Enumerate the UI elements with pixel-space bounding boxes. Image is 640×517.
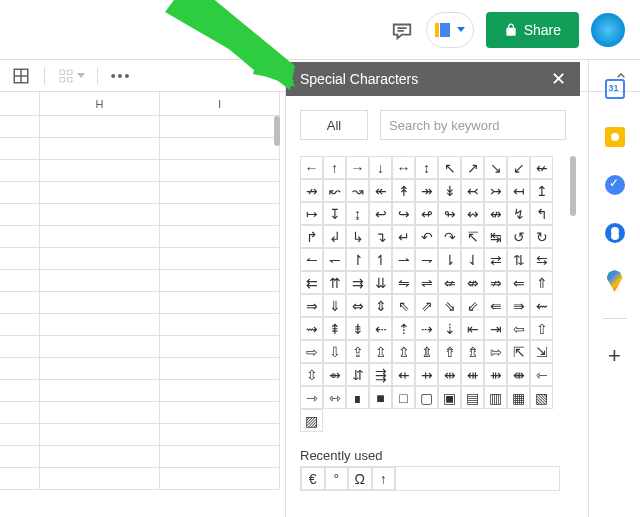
cell[interactable] [160, 468, 280, 489]
character-cell[interactable]: ⇦ [507, 317, 530, 340]
character-cell[interactable]: ⇷ [392, 363, 415, 386]
character-cell[interactable]: □ [392, 386, 415, 409]
character-cell[interactable]: ↙ [507, 156, 530, 179]
character-cell[interactable]: ↽ [323, 248, 346, 271]
row-number[interactable] [0, 226, 40, 247]
character-cell[interactable]: ↻ [530, 225, 553, 248]
character-cell[interactable]: ⇶ [369, 363, 392, 386]
row-number[interactable] [0, 292, 40, 313]
account-avatar[interactable] [591, 13, 625, 47]
character-cell[interactable]: ⇲ [530, 340, 553, 363]
character-cell[interactable]: ↗ [461, 156, 484, 179]
character-cell[interactable]: ⇟ [346, 317, 369, 340]
scrollbar-thumb[interactable] [570, 156, 576, 216]
character-cell[interactable]: ⇔ [346, 294, 369, 317]
character-cell[interactable]: ⇖ [392, 294, 415, 317]
character-cell[interactable]: ⇴ [323, 363, 346, 386]
character-cell[interactable]: ⇠ [369, 317, 392, 340]
character-cell[interactable]: ↼ [300, 248, 323, 271]
maps-icon[interactable] [604, 270, 626, 292]
cell[interactable] [160, 314, 280, 335]
character-cell[interactable]: ⇻ [484, 363, 507, 386]
character-cell[interactable]: ⇊ [369, 271, 392, 294]
character-cell[interactable]: ⇗ [415, 294, 438, 317]
character-cell[interactable]: ↵ [392, 225, 415, 248]
character-cell[interactable]: ⇮ [438, 340, 461, 363]
category-tab-all[interactable]: All [300, 110, 368, 140]
character-cell[interactable]: ⇅ [507, 248, 530, 271]
cell[interactable] [40, 402, 160, 423]
character-cell[interactable]: ⇈ [323, 271, 346, 294]
character-cell[interactable]: ⇞ [323, 317, 346, 340]
character-cell[interactable]: ▨ [300, 409, 323, 432]
character-cell[interactable]: ⇎ [461, 271, 484, 294]
recent-character-cell[interactable]: ° [325, 467, 349, 490]
character-cell[interactable]: ↖ [438, 156, 461, 179]
cell[interactable] [160, 226, 280, 247]
character-cell[interactable]: ■ [369, 386, 392, 409]
character-cell[interactable]: ⇫ [369, 340, 392, 363]
character-cell[interactable]: ⇡ [392, 317, 415, 340]
character-cell[interactable]: ↝ [346, 179, 369, 202]
character-cell[interactable]: ↞ [369, 179, 392, 202]
recent-character-cell[interactable]: Ω [348, 467, 372, 490]
filter-group[interactable] [57, 67, 85, 85]
row-number[interactable] [0, 248, 40, 269]
character-cell[interactable]: ↴ [369, 225, 392, 248]
cell[interactable] [160, 204, 280, 225]
character-cell[interactable]: ↸ [461, 225, 484, 248]
character-cell[interactable]: ↟ [392, 179, 415, 202]
cell[interactable] [40, 446, 160, 467]
character-cell[interactable]: ▦ [507, 386, 530, 409]
cell[interactable] [160, 116, 280, 137]
cell[interactable] [40, 380, 160, 401]
insert-chart-icon[interactable] [10, 65, 32, 87]
character-cell[interactable]: ↡ [438, 179, 461, 202]
character-cell[interactable]: ↑ [323, 156, 346, 179]
add-addon-icon[interactable]: + [604, 345, 626, 367]
character-cell[interactable]: → [346, 156, 369, 179]
character-cell[interactable]: ← [300, 156, 323, 179]
cell[interactable] [160, 292, 280, 313]
cell[interactable] [160, 160, 280, 181]
character-cell[interactable]: ⇝ [300, 317, 323, 340]
row-number[interactable] [0, 358, 40, 379]
sheet-scrollbar[interactable] [274, 116, 280, 516]
row-number[interactable] [0, 160, 40, 181]
contacts-icon[interactable] [604, 222, 626, 244]
character-cell[interactable]: ⇽ [530, 363, 553, 386]
cell[interactable] [160, 424, 280, 445]
meet-button[interactable] [426, 12, 474, 48]
cell[interactable] [160, 402, 280, 423]
character-cell[interactable]: ⇙ [461, 294, 484, 317]
character-cell[interactable]: ↤ [507, 179, 530, 202]
character-cell[interactable]: ↳ [346, 225, 369, 248]
cell[interactable] [160, 336, 280, 357]
cell[interactable] [40, 336, 160, 357]
character-cell[interactable]: ⇤ [461, 317, 484, 340]
cell[interactable] [160, 182, 280, 203]
column-header[interactable]: I [160, 92, 280, 115]
cell[interactable] [40, 204, 160, 225]
character-cell[interactable]: ▥ [484, 386, 507, 409]
cell[interactable] [40, 358, 160, 379]
character-cell[interactable]: ⇁ [415, 248, 438, 271]
row-number[interactable] [0, 138, 40, 159]
character-cell[interactable]: ⇰ [484, 340, 507, 363]
row-number[interactable] [0, 424, 40, 445]
row-number[interactable] [0, 314, 40, 335]
character-cell[interactable]: ⇣ [438, 317, 461, 340]
character-cell[interactable]: ⇆ [530, 248, 553, 271]
character-cell[interactable]: ▧ [530, 386, 553, 409]
character-cell[interactable]: ⇑ [530, 271, 553, 294]
character-cell[interactable]: ↮ [484, 202, 507, 225]
character-cell[interactable]: ↠ [415, 179, 438, 202]
character-cell[interactable]: ↪ [392, 202, 415, 225]
cell[interactable] [160, 270, 280, 291]
calendar-icon[interactable] [604, 78, 626, 100]
cell[interactable] [160, 380, 280, 401]
cell[interactable] [40, 116, 160, 137]
cell[interactable] [40, 468, 160, 489]
character-cell[interactable]: ↲ [323, 225, 346, 248]
character-cell[interactable]: ⇯ [461, 340, 484, 363]
